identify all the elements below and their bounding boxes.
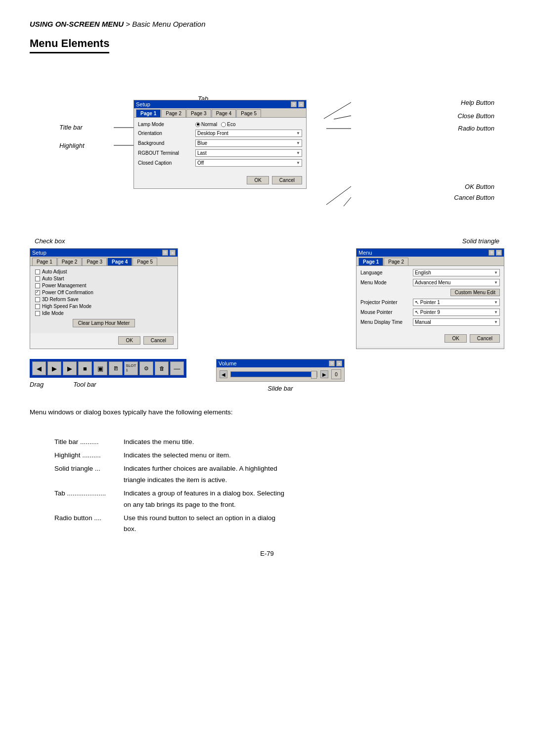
menu-help-icon[interactable]: ? xyxy=(489,250,494,256)
clear-lamp-btn[interactable]: Clear Lamp Hour Meter xyxy=(73,319,135,327)
volume-window: Volume ? × ◀ ▶ 0 xyxy=(216,359,345,382)
s2-tab2[interactable]: Page 2 xyxy=(57,258,82,266)
svg-line-8 xyxy=(326,186,351,205)
lamp-mode-radios: Normal Eco xyxy=(195,122,235,127)
setup-window-main: Setup ? × Page 1 Page 2 Page 3 Page 4 Pa… xyxy=(134,100,307,189)
cancel-button[interactable]: Cancel xyxy=(272,176,302,184)
menu-mode-select[interactable]: Advanced Menu ▼ xyxy=(413,279,500,286)
custom-menu-row: Custom Menu Edit xyxy=(360,289,500,296)
desc-def-solid-tri: Indicates further choices are available.… xyxy=(124,463,504,486)
caption-select[interactable]: Off ▼ xyxy=(195,159,302,167)
display-time-select[interactable]: Manual ▼ xyxy=(413,318,500,326)
tb-btn-prev-prev[interactable]: ◀ xyxy=(32,361,46,375)
menu-buttons: OK Cancel xyxy=(356,331,504,347)
radio-eco[interactable]: Eco xyxy=(221,122,235,127)
desc-term-tab: Tab ..................... xyxy=(54,488,124,511)
tb-btn-play-prev[interactable]: ▶ xyxy=(47,361,61,375)
menu-tab1[interactable]: Page 1 xyxy=(358,258,383,266)
cb-power-off[interactable]: Power Off Confirmation xyxy=(35,290,173,295)
background-select[interactable]: Blue ▼ xyxy=(195,139,302,147)
vol-right-arrow[interactable]: ▶ xyxy=(320,370,328,378)
rgbout-select[interactable]: Last ▼ xyxy=(195,149,302,157)
cb-highspeed-box[interactable] xyxy=(35,304,40,309)
language-select[interactable]: English ▼ xyxy=(413,269,500,276)
help-icon-btn[interactable]: ? xyxy=(291,101,297,107)
orientation-select[interactable]: Desktop Front ▼ xyxy=(195,130,302,137)
s2-ok-btn[interactable]: OK xyxy=(118,336,140,345)
row-proj-pointer: Projector Pointer ↖ Pointer 1 ▼ xyxy=(360,299,500,306)
radio-normal[interactable]: Normal xyxy=(195,122,217,127)
tb-btn-stop[interactable]: ■ xyxy=(78,361,92,375)
menu-mode-label: Menu Mode xyxy=(360,280,410,285)
s2-tab4[interactable]: Page 4 xyxy=(107,258,132,266)
tb-btn-trash[interactable]: 🗑 xyxy=(155,361,169,375)
close2-icon[interactable]: × xyxy=(170,250,176,256)
label-cancel-button: Cancel Button xyxy=(454,194,494,201)
volume-titlebar: Volume ? × xyxy=(217,359,344,367)
page-container: USING ON-SCREEN MENU > Basic Menu Operat… xyxy=(30,20,504,557)
cb-auto-start[interactable]: Auto Start xyxy=(35,276,173,281)
menu-ok-btn[interactable]: OK xyxy=(445,334,466,343)
s2-tab3[interactable]: Page 3 xyxy=(82,258,107,266)
cb-power-mgmt[interactable]: Power Management xyxy=(35,283,173,288)
tb-btn-settings[interactable]: ⚙ xyxy=(139,361,153,375)
language-label: Language xyxy=(360,270,410,275)
menu-tab2[interactable]: Page 2 xyxy=(384,258,408,266)
toolbar-widget: ◀ ▶ ▶ ■ ▣ 🖹 SLOT1 ⚙ 🗑 — xyxy=(30,359,186,378)
description-block: Menu windows or dialog boxes typically h… xyxy=(30,407,504,535)
help2-icon[interactable]: ? xyxy=(162,250,168,256)
cb-auto-adjust-box[interactable] xyxy=(35,269,40,274)
menu-close-icon[interactable]: × xyxy=(496,250,502,256)
vol-help-icon[interactable]: ? xyxy=(329,360,335,366)
label-check-box: Check box xyxy=(35,237,65,245)
setup-title-text: Setup xyxy=(136,101,150,107)
cb-highspeed[interactable]: High Speed Fan Mode xyxy=(35,304,173,309)
cb-3d-box[interactable] xyxy=(35,297,40,302)
tab-page1[interactable]: Page 1 xyxy=(136,109,161,117)
bg-arrow: ▼ xyxy=(296,141,300,145)
cb-power-mgmt-box[interactable] xyxy=(35,283,40,288)
toolbar-label: Tool bar xyxy=(73,381,96,388)
close-icon-btn[interactable]: × xyxy=(298,101,304,107)
page-number: E-79 xyxy=(30,550,504,557)
toolbar-column: ◀ ▶ ▶ ■ ▣ 🖹 SLOT1 ⚙ 🗑 — Drag Tool bar xyxy=(30,359,186,388)
cb-auto-start-box[interactable] xyxy=(35,276,40,281)
cb-idle-box[interactable] xyxy=(35,311,40,316)
middle-row: Check box Solid triangle Setup ? × Page … xyxy=(30,248,504,349)
cb-auto-adjust[interactable]: Auto Adjust xyxy=(35,269,173,274)
tb-btn-slot[interactable]: SLOT1 xyxy=(124,361,138,375)
top-diagram: Title bar Highlight Tab Help Button Clos… xyxy=(30,65,504,243)
s2-tab1[interactable]: Page 1 xyxy=(32,258,57,266)
row-display-time: Menu Display Time Manual ▼ xyxy=(360,318,500,326)
lamp-mode-label: Lamp Mode xyxy=(138,122,192,127)
vol-track[interactable] xyxy=(230,371,317,377)
cb-power-off-box[interactable] xyxy=(35,290,40,295)
cb-idle[interactable]: Idle Mode xyxy=(35,311,173,316)
tab-page5[interactable]: Page 5 xyxy=(236,109,261,117)
menu-cancel-btn[interactable]: Cancel xyxy=(470,334,500,343)
desc-def-tab: Indicates a group of features in a dialo… xyxy=(124,488,504,511)
radio-normal-btn[interactable] xyxy=(195,122,200,127)
vol-left-arrow[interactable]: ◀ xyxy=(220,370,227,378)
tb-btn-doc[interactable]: 🖹 xyxy=(109,361,123,375)
setup-content: Lamp Mode Normal Eco xyxy=(134,118,306,173)
tab-page3[interactable]: Page 3 xyxy=(186,109,211,117)
tab-page2[interactable]: Page 2 xyxy=(161,109,186,117)
tb-btn-play[interactable]: ▶ xyxy=(63,361,77,375)
custom-menu-edit-btn[interactable]: Custom Menu Edit xyxy=(450,289,500,296)
vol-close-icon[interactable]: × xyxy=(336,360,342,366)
radio-eco-btn[interactable] xyxy=(221,122,226,127)
desc-term-solid-tri: Solid triangle ... xyxy=(54,463,124,486)
ok-button[interactable]: OK xyxy=(247,176,268,184)
tb-btn-dash[interactable]: — xyxy=(170,361,184,375)
tb-btn-screen[interactable]: ▣ xyxy=(93,361,107,375)
mouse-pointer-select[interactable]: ↖ Pointer 9 ▼ xyxy=(413,309,500,316)
s2-cancel-btn[interactable]: Cancel xyxy=(143,336,174,345)
proj-pointer-select[interactable]: ↖ Pointer 1 ▼ xyxy=(413,299,500,306)
cb-3d-reform[interactable]: 3D Reform Save xyxy=(35,297,173,302)
s2-tab5[interactable]: Page 5 xyxy=(133,258,157,266)
section-title: Menu Elements xyxy=(30,37,109,53)
desc-item-highlight: Highlight .......... Indicates the selec… xyxy=(30,450,504,461)
desc-term-radio: Radio button .... xyxy=(54,513,124,535)
tab-page4[interactable]: Page 4 xyxy=(212,109,236,117)
